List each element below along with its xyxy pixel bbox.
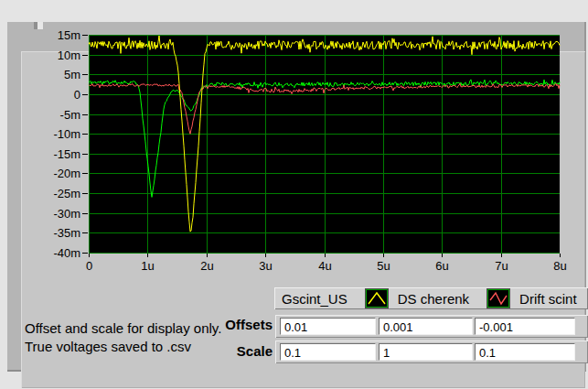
legend-label-gscint-us: Gscint_US <box>282 291 347 307</box>
y-tick-label: 0 <box>74 88 80 102</box>
legend-label-ds-cherenk: DS cherenk <box>398 291 469 307</box>
scale-input-gscint-us[interactable] <box>281 345 375 361</box>
legend-item-drift-scint: Drift scint <box>519 289 588 308</box>
y-tick-label: -5m <box>60 108 80 122</box>
y-tick-label: 15m <box>58 28 80 42</box>
offset-field-ds-cherenk <box>379 318 473 335</box>
y-tick-label: 5m <box>64 68 80 81</box>
legend-item-ds-cherenk: DS cherenk <box>398 289 519 308</box>
display-note-line2: True voltages saved to .csv <box>25 338 221 356</box>
display-note-line1: Offset and scale for display only. <box>25 319 221 338</box>
legend-item-gscint-us: Gscint_US <box>282 289 398 308</box>
x-tick-label: 5u <box>377 259 390 273</box>
waveform-graph: 15m10m5m0-5m-10m-15m-20m-25m-30m-35m-40m… <box>0 0 588 284</box>
offsets-label: Offsets <box>208 317 273 332</box>
offset-input-drift-scint[interactable] <box>476 319 574 335</box>
scale-field-drift-scint <box>475 343 575 361</box>
offsets-row <box>275 315 588 338</box>
scale-label: Scale <box>208 343 273 359</box>
x-tick-label: 3u <box>259 259 272 273</box>
x-tick-label: 7u <box>495 259 508 273</box>
x-tick-label: 6u <box>435 259 448 273</box>
y-axis: 15m10m5m0-5m-10m-15m-20m-25m-30m-35m-40m <box>53 28 88 260</box>
y-tick-label: -20m <box>53 167 80 180</box>
scale-field-gscint-us <box>280 343 376 361</box>
x-tick-label: 2u <box>200 259 213 273</box>
y-tick-label: -30m <box>53 207 80 221</box>
offset-field-gscint-us <box>280 318 376 335</box>
y-tick-label: 10m <box>58 49 80 62</box>
scale-field-ds-cherenk <box>379 343 473 361</box>
x-tick-label: 0 <box>86 259 92 273</box>
display-note: Offset and scale for display only. True … <box>25 319 221 356</box>
y-tick-label: -35m <box>53 226 80 240</box>
offset-field-drift-scint <box>475 318 575 335</box>
legend-label-drift-scint: Drift scint <box>519 291 577 307</box>
y-tick-label: -15m <box>53 147 80 161</box>
y-tick-label: -10m <box>53 127 80 141</box>
scale-input-drift-scint[interactable] <box>476 345 574 361</box>
x-axis: 01u2u3u4u5u6u7u8u <box>86 254 567 273</box>
x-tick-label: 4u <box>318 259 331 273</box>
y-tick-label: -25m <box>53 187 80 200</box>
plot-sample-icon-gscint-us[interactable] <box>366 289 388 308</box>
scale-row <box>275 340 588 363</box>
offset-input-gscint-us[interactable] <box>281 319 375 335</box>
plot-sample-icon-ds-cherenk[interactable] <box>487 289 509 308</box>
plot-legend: Gscint_US DS cherenk Drift scint <box>274 287 588 309</box>
x-tick-label: 1u <box>141 259 154 273</box>
scale-input-ds-cherenk[interactable] <box>380 345 472 361</box>
x-tick-label: 8u <box>553 259 566 273</box>
y-tick-label: -40m <box>53 246 80 260</box>
offset-input-ds-cherenk[interactable] <box>380 319 472 335</box>
